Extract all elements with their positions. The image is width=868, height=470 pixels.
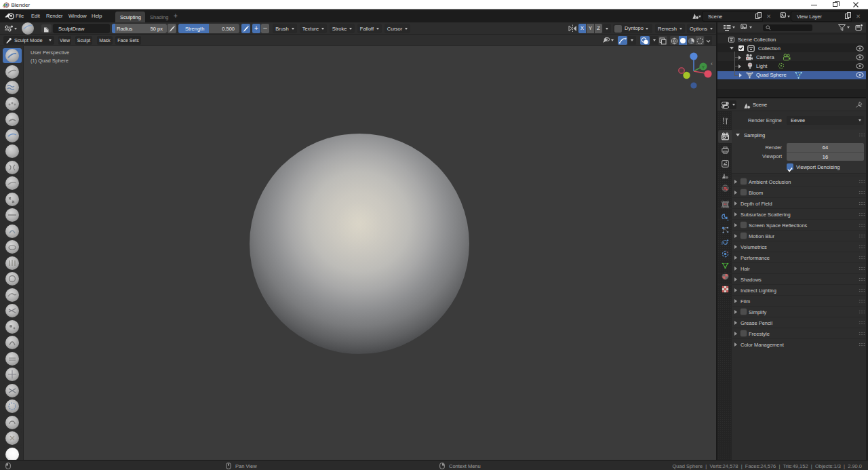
svg-text:Y: Y: [702, 65, 705, 69]
